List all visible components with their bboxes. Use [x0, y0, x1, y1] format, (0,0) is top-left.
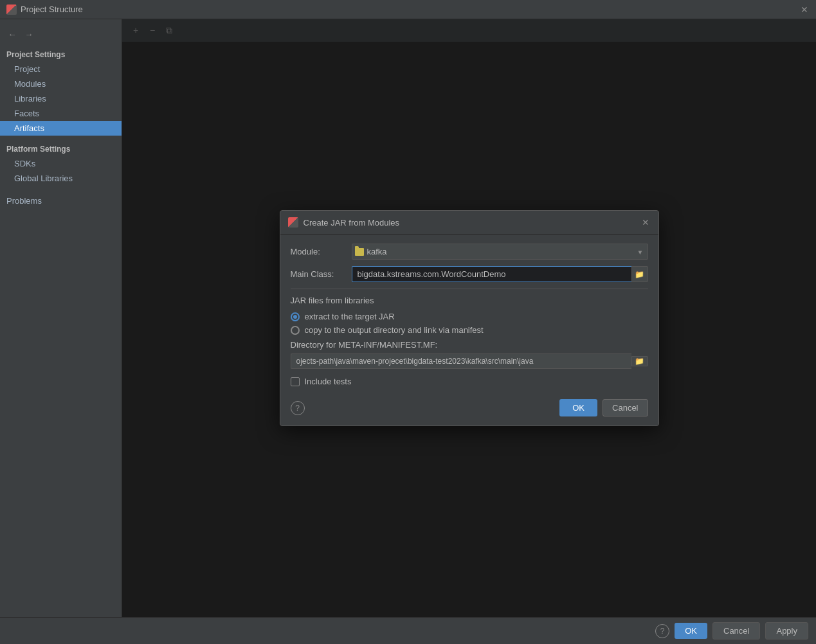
modal-close-button[interactable]: ✕	[640, 217, 651, 228]
content-area: + − ⧉ Create JAR from Modules ✕ Modul	[122, 19, 816, 617]
manifest-browse-button[interactable]: 📁	[631, 356, 648, 366]
modal-title: Create JAR from Modules	[304, 218, 640, 228]
include-tests-checkbox[interactable]	[291, 377, 300, 386]
radio-extract-label: extract to the target JAR	[305, 312, 395, 321]
dropdown-arrow-icon: ▼	[637, 248, 644, 255]
modal-title-bar: Create JAR from Modules ✕	[280, 211, 658, 235]
modal-footer-actions: OK Cancel	[559, 399, 648, 416]
radio-group: extract to the target JAR copy to the ou…	[291, 312, 648, 335]
sidebar: ← → Project Settings Project Modules Lib…	[0, 19, 122, 617]
radio-extract-jar[interactable]	[291, 312, 300, 321]
include-tests-row: Include tests	[291, 377, 648, 386]
include-tests-label: Include tests	[305, 377, 352, 386]
jar-libraries-title: JAR files from libraries	[291, 296, 648, 305]
folder-browse-icon: 📁	[635, 270, 644, 279]
module-dropdown[interactable]: kafka ▼	[352, 244, 648, 260]
sidebar-item-project[interactable]: Project	[0, 62, 122, 76]
manifest-path-input[interactable]	[291, 353, 631, 369]
radio-row-copy: copy to the output directory and link vi…	[291, 325, 648, 335]
bottom-cancel-button[interactable]: Cancel	[712, 622, 760, 640]
app-icon	[6, 4, 17, 15]
window-title: Project Structure	[21, 4, 83, 14]
module-row: Module: kafka ▼	[291, 244, 648, 260]
sidebar-item-modules[interactable]: Modules	[0, 76, 122, 91]
manifest-label: Directory for META-INF/MANIFEST.MF:	[291, 340, 648, 350]
manifest-input-wrapper: 📁	[291, 353, 648, 369]
sidebar-item-artifacts[interactable]: Artifacts	[0, 121, 122, 136]
modal-help-button[interactable]: ?	[291, 401, 305, 415]
module-select-wrapper: kafka ▼	[352, 244, 648, 260]
modal-footer: ? OK Cancel	[280, 393, 658, 425]
forward-button[interactable]: →	[22, 27, 36, 41]
section-divider	[291, 289, 648, 289]
modal-cancel-button[interactable]: Cancel	[603, 399, 648, 416]
bottom-apply-button[interactable]: Apply	[765, 622, 808, 640]
main-class-label: Main Class:	[291, 269, 352, 279]
radio-row-extract: extract to the target JAR	[291, 312, 648, 321]
modal-overlay: Create JAR from Modules ✕ Module: kafk	[122, 19, 816, 617]
bottom-ok-button[interactable]: OK	[675, 623, 707, 639]
project-settings-header: Project Settings	[0, 46, 122, 62]
sidebar-item-facets[interactable]: Facets	[0, 106, 122, 121]
main-class-browse-button[interactable]: 📁	[631, 266, 648, 282]
main-layout: ← → Project Settings Project Modules Lib…	[0, 19, 816, 617]
radio-copy-manifest[interactable]	[291, 326, 300, 335]
module-folder-icon	[355, 248, 364, 256]
main-class-wrapper: 📁	[352, 266, 648, 282]
bottom-help-button[interactable]: ?	[655, 624, 669, 638]
radio-copy-label: copy to the output directory and link vi…	[305, 325, 484, 335]
modal-ok-button[interactable]: OK	[559, 399, 597, 416]
platform-settings-header: Platform Settings	[0, 141, 122, 156]
sidebar-item-sdks[interactable]: SDKs	[0, 156, 122, 171]
modal-app-icon	[288, 217, 298, 228]
modal-body: Module: kafka ▼ Main	[280, 235, 658, 393]
manifest-section: Directory for META-INF/MANIFEST.MF: 📁	[291, 340, 648, 369]
main-class-row: Main Class: 📁	[291, 266, 648, 282]
sidebar-item-libraries[interactable]: Libraries	[0, 91, 122, 106]
manifest-folder-icon: 📁	[635, 357, 644, 366]
sidebar-nav: ← →	[0, 24, 122, 46]
sidebar-item-global-libraries[interactable]: Global Libraries	[0, 171, 122, 186]
create-jar-dialog: Create JAR from Modules ✕ Module: kafk	[280, 210, 659, 426]
bottom-bar: ? OK Cancel Apply	[0, 617, 816, 644]
back-button[interactable]: ←	[5, 27, 19, 41]
module-label: Module:	[291, 247, 352, 256]
sidebar-item-problems[interactable]: Problems	[0, 193, 122, 208]
window-close-button[interactable]: ✕	[799, 4, 810, 15]
main-class-input[interactable]	[352, 266, 631, 282]
title-bar: Project Structure ✕	[0, 0, 816, 19]
